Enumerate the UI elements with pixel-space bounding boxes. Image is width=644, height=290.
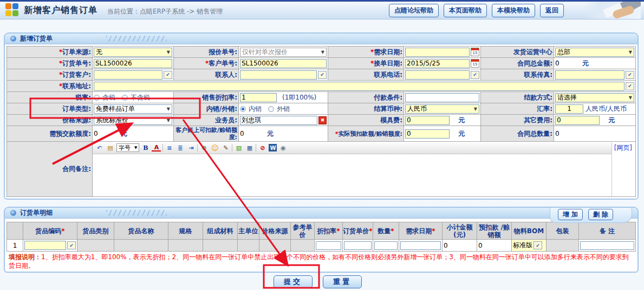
- clear-format-icon[interactable]: ⊘: [258, 143, 267, 152]
- delete-row-button[interactable]: 删 除: [588, 209, 613, 220]
- address-input[interactable]: [94, 82, 625, 91]
- account-deduct-value: 0: [240, 130, 244, 137]
- paste-icon[interactable]: ▤: [106, 143, 115, 152]
- page-help-button[interactable]: 本页面帮助: [444, 4, 487, 17]
- order-source-select[interactable]: 无▼: [94, 48, 172, 57]
- actual-deduct-input[interactable]: [405, 129, 450, 139]
- font-size-select[interactable]: 字号▼: [116, 143, 139, 152]
- contract-remark-textarea[interactable]: [93, 154, 612, 196]
- price-source-label: 价格来源:: [7, 115, 93, 126]
- order-price-input[interactable]: [344, 241, 372, 250]
- breadcrumb: 当前位置：点睛ERP子系统 -> 销售管理: [107, 7, 223, 16]
- price-source-select[interactable]: 系统标准价▼: [94, 116, 172, 125]
- row-demand-date-input[interactable]: [400, 241, 441, 250]
- prepay-amount-value: 0: [94, 130, 98, 137]
- bold-icon[interactable]: B: [141, 143, 150, 152]
- dropdown-arrow-icon: ▼: [167, 118, 170, 123]
- demand-date-input[interactable]: [405, 48, 470, 57]
- salesman-input[interactable]: [240, 116, 317, 125]
- cust-order-no-label: *客户单号:: [174, 58, 239, 69]
- order-source-label: *订单来源:: [7, 47, 93, 58]
- contact-label: 联系人:: [174, 69, 239, 81]
- app-logo-icon: [5, 3, 19, 17]
- reset-button[interactable]: 重置: [323, 275, 362, 288]
- list-icon[interactable]: ≣: [175, 143, 185, 152]
- richtext-editor: ↶ ▤ 字号▼ B A ≡ ≣ ⇥ ⊕ ☺: [93, 142, 612, 196]
- phone-input[interactable]: [405, 70, 470, 80]
- phone-label: 联系电话:: [328, 69, 404, 81]
- settle-method-label: 结款方式:: [481, 92, 554, 103]
- qty-input[interactable]: [374, 241, 398, 250]
- col-main-unit: 主单位: [238, 222, 259, 240]
- domestic-radio[interactable]: [240, 106, 246, 112]
- calendar-icon[interactable]: 15: [471, 48, 479, 56]
- col-item-name: 货品名称: [114, 222, 168, 240]
- submit-button[interactable]: 提交: [274, 275, 313, 288]
- webpage-link[interactable]: [网页]: [612, 142, 635, 153]
- lookup-icon[interactable]: ✔: [67, 241, 76, 249]
- forum-help-button[interactable]: 点睛论坛帮助: [389, 4, 439, 17]
- module-help-button[interactable]: 本模块帮助: [492, 4, 535, 17]
- top-bar: 新增客户销售订单 当前位置：点睛ERP子系统 -> 销售管理 点睛论坛帮助 本页…: [0, 0, 644, 19]
- undo-icon[interactable]: ↶: [95, 143, 104, 152]
- lookup-icon[interactable]: ✔: [471, 71, 479, 79]
- item-code-input[interactable]: [24, 241, 66, 250]
- lookup-icon[interactable]: ✔: [164, 71, 172, 79]
- preview-icon[interactable]: ◉: [278, 143, 288, 152]
- back-button[interactable]: 返回: [540, 4, 564, 17]
- exchange-rate-input[interactable]: [555, 104, 583, 114]
- tax-included-radio[interactable]: [94, 95, 100, 101]
- order-no-input[interactable]: [94, 59, 172, 68]
- fax-input[interactable]: [555, 70, 625, 80]
- export-radio[interactable]: [268, 106, 274, 112]
- settle-method-select[interactable]: 请选择▼: [555, 93, 634, 102]
- cust-order-no-input[interactable]: [240, 59, 327, 68]
- table-edit-icon[interactable]: ✎: [221, 143, 230, 152]
- lookup-icon[interactable]: ✔: [626, 82, 634, 90]
- align-icon[interactable]: ≡: [165, 143, 174, 152]
- add-row-button[interactable]: 增 加: [558, 209, 583, 220]
- lookup-icon[interactable]: ✔: [626, 71, 634, 79]
- note-input[interactable]: [580, 241, 634, 250]
- row-number-cell: 1: [7, 240, 23, 252]
- quote-no-select[interactable]: 仅针对单次报价▼: [240, 48, 327, 57]
- calendar-icon[interactable]: 15: [471, 59, 479, 68]
- emoticon-icon[interactable]: ☺: [210, 143, 219, 152]
- save-html-icon[interactable]: ▦: [245, 143, 254, 152]
- fax-label: 联系传真:: [481, 69, 554, 81]
- currency-select[interactable]: 人民币▼: [405, 104, 479, 114]
- customer-label: *订货客户:: [7, 69, 93, 81]
- other-fee-input[interactable]: [555, 116, 600, 125]
- order-section-title: 新增订货单: [20, 34, 53, 43]
- mold-fee-input[interactable]: [405, 116, 450, 125]
- payment-terms-input[interactable]: [405, 93, 479, 102]
- handshake-image: [571, 2, 641, 19]
- decorative-stripes: [106, 36, 167, 42]
- order-type-label: 订单类型:: [7, 103, 93, 115]
- sales-discount-label: 销售折扣率:: [174, 92, 239, 103]
- font-color-icon[interactable]: A: [152, 144, 161, 151]
- col-item-category: 货品类别: [77, 222, 114, 240]
- prepay-amount-label: 需预交款额度:: [7, 126, 93, 142]
- tax-excluded-radio[interactable]: [122, 95, 128, 101]
- dropdown-arrow-icon: ▼: [474, 107, 477, 111]
- insert-image-icon[interactable]: ▧: [234, 143, 243, 152]
- accept-date-input[interactable]: [405, 59, 470, 68]
- sales-discount-input[interactable]: [240, 93, 277, 102]
- discount-input[interactable]: [316, 241, 341, 250]
- contact-input[interactable]: [240, 70, 317, 80]
- other-fee-label: 其它费用:: [481, 115, 554, 126]
- hyperlink-icon[interactable]: ⊕: [199, 143, 209, 152]
- ship-center-select[interactable]: 总部▼: [555, 48, 634, 57]
- order-type-select[interactable]: 免费样品订单▼: [94, 104, 172, 114]
- material-cell: [203, 240, 238, 252]
- indent-icon[interactable]: ⇥: [186, 143, 196, 152]
- section-bullet-icon: [10, 210, 16, 216]
- col-deduct: 预扣款 /赊销额: [477, 222, 512, 240]
- word-paste-icon[interactable]: W: [269, 144, 277, 151]
- remove-icon[interactable]: ✖: [318, 116, 327, 124]
- lookup-icon[interactable]: ✔: [534, 241, 542, 249]
- domestic-export-label: 内销/外销:: [174, 103, 239, 115]
- lookup-icon[interactable]: ✔: [318, 71, 327, 79]
- customer-input[interactable]: [94, 70, 162, 80]
